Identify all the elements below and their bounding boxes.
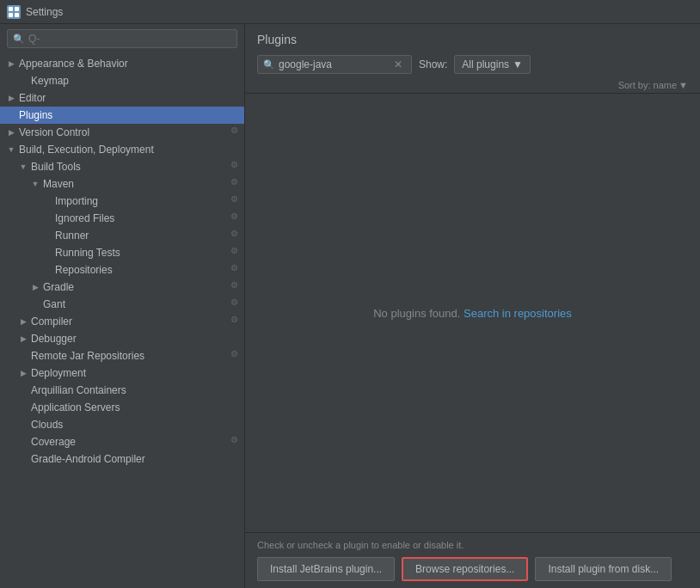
plugins-search-input[interactable] bbox=[279, 58, 390, 70]
no-plugins-message: No plugins found. Search in repositories bbox=[373, 307, 572, 320]
plugins-content: No plugins found. Search in repositories bbox=[245, 94, 700, 532]
right-panel: Plugins 🔍 ✕ Show: All plugins ▼ Sort by:… bbox=[245, 24, 700, 588]
sidebar-item-label: Build, Execution, Deployment bbox=[17, 143, 244, 156]
sidebar-item-remote-jar[interactable]: Remote Jar Repositories⚙ bbox=[0, 347, 244, 364]
plugins-search-icon: 🔍 bbox=[263, 59, 275, 70]
tree-arrow-icon: ▶ bbox=[5, 59, 17, 68]
sidebar-item-app-servers[interactable]: Application Servers bbox=[0, 399, 244, 416]
sidebar-item-repositories[interactable]: Repositories⚙ bbox=[0, 261, 244, 279]
sidebar-item-compiler[interactable]: ▶Compiler⚙ bbox=[0, 313, 244, 330]
settings-gear-icon: ⚙ bbox=[227, 194, 241, 208]
settings-gear-icon: ⚙ bbox=[227, 435, 241, 449]
search-in-repositories-link[interactable]: Search in repositories bbox=[464, 307, 572, 320]
sidebar-item-label: Coverage bbox=[29, 435, 227, 449]
settings-gear-icon: ⚙ bbox=[227, 280, 241, 294]
sidebar-item-deployment[interactable]: ▶Deployment bbox=[0, 364, 244, 382]
sidebar-item-label: Gradle-Android Compiler bbox=[29, 452, 244, 466]
sidebar-item-label: Editor bbox=[17, 91, 244, 105]
sidebar-item-label: Build Tools bbox=[29, 160, 227, 174]
tree-arrow-icon: ▶ bbox=[17, 334, 29, 343]
plugins-footer: Check or uncheck a plugin to enable or d… bbox=[245, 532, 700, 588]
sidebar-item-plugins[interactable]: Plugins bbox=[0, 107, 244, 124]
svg-rect-0 bbox=[9, 7, 13, 11]
sidebar-item-label: Maven bbox=[41, 177, 227, 191]
tree-arrow-icon: ▶ bbox=[5, 94, 17, 102]
settings-gear-icon: ⚙ bbox=[227, 211, 241, 225]
tree-arrow-icon: ▶ bbox=[29, 283, 41, 291]
sidebar-item-label: Appearance & Behavior bbox=[17, 57, 244, 70]
sidebar-item-gradle-android[interactable]: Gradle-Android Compiler bbox=[0, 450, 244, 468]
settings-gear-icon: ⚙ bbox=[227, 177, 241, 191]
plugins-toolbar: 🔍 ✕ Show: All plugins ▼ bbox=[245, 52, 700, 77]
settings-icon bbox=[7, 5, 21, 19]
sidebar-item-label: Clouds bbox=[29, 418, 244, 432]
sidebar-item-label: Deployment bbox=[29, 366, 244, 380]
sidebar-item-maven[interactable]: ▼Maven⚙ bbox=[0, 175, 244, 193]
sidebar-item-build-exec-deploy[interactable]: ▼Build, Execution, Deployment bbox=[0, 141, 244, 158]
tree-arrow-icon: ▶ bbox=[17, 369, 29, 377]
sidebar-item-label: Ignored Files bbox=[53, 211, 227, 225]
sidebar-item-importing[interactable]: Importing⚙ bbox=[0, 193, 244, 210]
sidebar-item-gant[interactable]: Gant⚙ bbox=[0, 296, 244, 313]
show-label: Show: bbox=[419, 58, 447, 70]
show-dropdown[interactable]: All plugins ▼ bbox=[454, 55, 531, 74]
tree-arrow-icon: ▼ bbox=[29, 180, 41, 188]
sidebar-item-gradle[interactable]: ▶Gradle⚙ bbox=[0, 279, 244, 296]
clear-search-button[interactable]: ✕ bbox=[394, 59, 402, 70]
sidebar-item-running-tests[interactable]: Running Tests⚙ bbox=[0, 244, 244, 261]
browse-repositories-button[interactable]: Browse repositories... bbox=[402, 557, 528, 581]
tree-arrow-icon: ▶ bbox=[17, 317, 29, 326]
install-jetbrains-button[interactable]: Install JetBrains plugin... bbox=[257, 557, 395, 581]
footer-buttons: Install JetBrains plugin... Browse repos… bbox=[257, 557, 688, 581]
install-from-disk-button[interactable]: Install plugin from disk... bbox=[535, 557, 672, 581]
settings-gear-icon: ⚙ bbox=[227, 246, 241, 260]
sidebar-item-label: Keymap bbox=[29, 74, 244, 88]
dropdown-arrow-icon: ▼ bbox=[513, 58, 523, 70]
svg-rect-1 bbox=[15, 7, 19, 11]
sidebar-item-label: Gant bbox=[41, 297, 227, 311]
sidebar-item-label: Importing bbox=[53, 194, 227, 208]
sidebar-item-coverage[interactable]: Coverage⚙ bbox=[0, 433, 244, 450]
sort-button[interactable]: Sort by: name ▼ bbox=[618, 80, 688, 90]
title-bar: Settings bbox=[0, 0, 700, 24]
sidebar-item-version-control[interactable]: ▶Version Control⚙ bbox=[0, 124, 244, 141]
sidebar-item-label: Gradle bbox=[41, 280, 227, 294]
sidebar-item-runner[interactable]: Runner⚙ bbox=[0, 227, 244, 244]
sidebar-item-appearance[interactable]: ▶Appearance & Behavior bbox=[0, 55, 244, 72]
plugins-header: Plugins bbox=[245, 24, 700, 52]
sidebar-search-icon: 🔍 bbox=[13, 34, 25, 45]
no-plugins-text: No plugins found. bbox=[373, 307, 460, 320]
sidebar-item-label: Application Servers bbox=[29, 401, 244, 414]
tree-arrow-icon: ▼ bbox=[17, 162, 29, 171]
plugins-search-field[interactable]: 🔍 ✕ bbox=[257, 55, 412, 74]
sidebar-item-label: Remote Jar Repositories bbox=[29, 349, 227, 363]
tree-arrow-icon: ▶ bbox=[5, 128, 17, 137]
svg-rect-2 bbox=[9, 13, 13, 17]
sidebar-item-label: Plugins bbox=[17, 108, 244, 122]
tree-arrow-icon: ▼ bbox=[5, 145, 17, 154]
sidebar-item-clouds[interactable]: Clouds bbox=[0, 416, 244, 433]
settings-gear-icon: ⚙ bbox=[227, 349, 241, 363]
sidebar-item-label: Running Tests bbox=[53, 246, 227, 260]
title-bar-text: Settings bbox=[26, 6, 63, 18]
sidebar-item-label: Repositories bbox=[53, 263, 227, 277]
sidebar-tree: ▶Appearance & BehaviorKeymap▶EditorPlugi… bbox=[0, 53, 244, 588]
sidebar-item-ignored-files[interactable]: Ignored Files⚙ bbox=[0, 210, 244, 227]
footer-description: Check or uncheck a plugin to enable or d… bbox=[257, 540, 688, 550]
show-dropdown-value: All plugins bbox=[462, 58, 509, 70]
settings-gear-icon: ⚙ bbox=[227, 297, 241, 311]
sidebar-item-editor[interactable]: ▶Editor bbox=[0, 89, 244, 107]
sidebar-search-box[interactable]: 🔍 bbox=[7, 29, 237, 48]
sidebar-item-keymap[interactable]: Keymap bbox=[0, 72, 244, 89]
sort-arrow-icon: ▼ bbox=[679, 80, 688, 90]
main-container: 🔍 ▶Appearance & BehaviorKeymap▶EditorPlu… bbox=[0, 24, 700, 588]
sidebar-item-label: Compiler bbox=[29, 315, 227, 328]
sort-bar: Sort by: name ▼ bbox=[245, 77, 700, 94]
sidebar-search-input[interactable] bbox=[28, 33, 231, 45]
sidebar-item-label: Runner bbox=[53, 229, 227, 242]
sidebar-item-build-tools[interactable]: ▼Build Tools⚙ bbox=[0, 158, 244, 175]
svg-rect-3 bbox=[15, 13, 19, 17]
sidebar-item-arquillian[interactable]: Arquillian Containers bbox=[0, 382, 244, 399]
sidebar-item-debugger[interactable]: ▶Debugger bbox=[0, 330, 244, 347]
sort-label: Sort by: name bbox=[618, 80, 677, 90]
